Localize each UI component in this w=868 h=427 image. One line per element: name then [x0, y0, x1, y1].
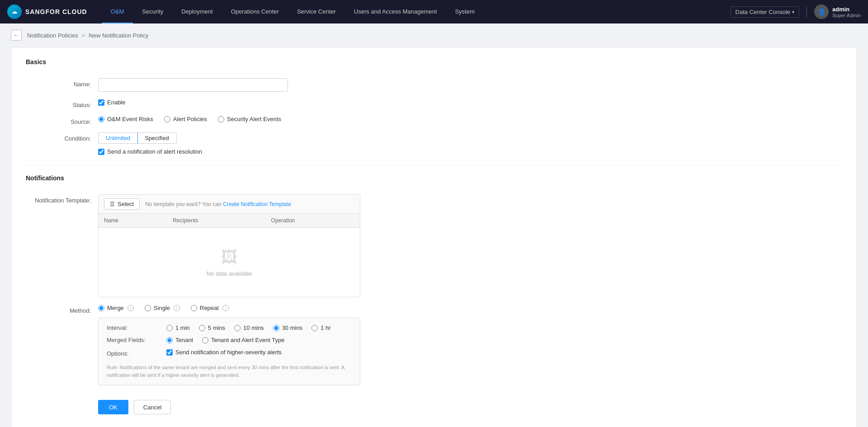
- info-icon-single[interactable]: i: [174, 305, 180, 311]
- interval-10mins: 10 mins: [234, 324, 264, 331]
- list-icon: ☰: [110, 201, 115, 207]
- template-table: Name Recipients Operation 🖼 No data avai…: [99, 214, 360, 297]
- cancel-button[interactable]: Cancel: [134, 400, 171, 414]
- breadcrumb-parent[interactable]: Notification Policies: [27, 32, 78, 39]
- condition-tab-unlimited[interactable]: Unlimited: [98, 132, 138, 144]
- info-icon-repeat[interactable]: i: [222, 305, 229, 311]
- method-label: Method:: [26, 305, 98, 314]
- col-name: Name: [99, 214, 167, 228]
- send-notification-checkbox[interactable]: [98, 149, 104, 155]
- brand-logo: ☁ SANGFOR CLOUD: [7, 5, 87, 19]
- nav-item-security[interactable]: Security: [133, 0, 172, 23]
- section-divider: [26, 165, 842, 165]
- user-name: admin: [832, 6, 861, 13]
- merged-fields-label-tenant: Tenant: [175, 337, 193, 343]
- source-label: Source:: [26, 116, 98, 125]
- source-option-alert: Alert Policies: [164, 116, 207, 122]
- name-input[interactable]: [98, 78, 288, 92]
- options-row: Options: Send notification of higher-sev…: [107, 349, 352, 358]
- interval-radio-30mins[interactable]: [273, 325, 279, 331]
- nav-item-service-center[interactable]: Service Center: [288, 0, 345, 23]
- condition-label: Condition:: [26, 132, 98, 142]
- interval-radio-1hr[interactable]: [311, 325, 318, 331]
- higher-severity-checkbox[interactable]: [166, 349, 173, 356]
- source-radio-alert[interactable]: [164, 116, 170, 122]
- condition-row: Condition: Unlimited Specified Send a no…: [26, 132, 842, 158]
- method-radio-single[interactable]: [145, 305, 151, 311]
- send-notification-wrap: Send a notification of alert resolution: [98, 148, 842, 155]
- method-detail-box: Interval: 1 min 5 mins 10 mins: [98, 318, 360, 385]
- create-template-link[interactable]: Create Notification Template: [223, 201, 291, 207]
- template-label: Notification Template:: [26, 194, 98, 204]
- top-navigation: ☁ SANGFOR CLOUD O&M Security Deployment …: [0, 0, 868, 23]
- table-header-row: Name Recipients Operation: [99, 214, 360, 228]
- merged-fields-row: Merged Fields: Tenant Tenant and Alert E…: [107, 337, 352, 343]
- interval-5mins: 5 mins: [199, 324, 225, 331]
- method-control: Merge i Single i Repeat i Interva: [98, 305, 842, 385]
- source-label-om: O&M Event Risks: [107, 116, 153, 122]
- status-control: Enable: [98, 99, 842, 108]
- higher-severity-label: Send notification of higher-severity ale…: [175, 349, 282, 356]
- enable-checkbox-wrap: Enable: [98, 99, 842, 106]
- interval-30mins: 30 mins: [273, 324, 303, 331]
- interval-label-30mins: 30 mins: [282, 324, 303, 331]
- empty-state-content: 🖼 No data available: [104, 233, 354, 291]
- interval-label-10mins: 10 mins: [243, 324, 264, 331]
- interval-radio-5mins[interactable]: [199, 325, 205, 331]
- method-radio-merge[interactable]: [98, 305, 104, 311]
- merged-fields-radio-tenant[interactable]: [166, 337, 173, 343]
- console-selector[interactable]: Data Center Console ▾: [731, 6, 799, 18]
- template-box: ☰ Select No template you want? You can C…: [98, 194, 360, 297]
- nav-item-operations-center[interactable]: Operations Center: [222, 0, 288, 23]
- method-radio-repeat[interactable]: [191, 305, 197, 311]
- table-empty-row: 🖼 No data available: [99, 228, 360, 297]
- col-recipients: Recipients: [167, 214, 265, 228]
- method-label-repeat: Repeat: [200, 305, 219, 311]
- ok-button[interactable]: OK: [98, 400, 128, 414]
- condition-tabs: Unlimited Specified: [98, 132, 177, 144]
- name-row: Name:: [26, 78, 842, 92]
- interval-label: Interval:: [107, 324, 161, 331]
- basics-title: Basics: [26, 58, 842, 69]
- status-row: Status: Enable: [26, 99, 842, 108]
- merged-fields-label: Merged Fields:: [107, 337, 161, 343]
- interval-radio-1min[interactable]: [166, 325, 173, 331]
- select-label: Select: [118, 201, 134, 207]
- nav-item-system[interactable]: System: [446, 0, 483, 23]
- condition-tab-specified[interactable]: Specified: [137, 133, 176, 143]
- chevron-down-icon: ▾: [792, 9, 794, 14]
- info-icon-merge[interactable]: i: [127, 305, 134, 311]
- source-row: Source: O&M Event Risks Alert Policies S…: [26, 116, 842, 125]
- method-options: Merge i Single i Repeat i: [98, 305, 842, 311]
- nav-divider: [807, 6, 807, 17]
- nav-item-om[interactable]: O&M: [102, 0, 133, 23]
- nav-item-users-access[interactable]: Users and Access Management: [345, 0, 446, 23]
- name-label: Name:: [26, 78, 98, 88]
- interval-label-5mins: 5 mins: [208, 324, 225, 331]
- user-info[interactable]: 👤 admin Super Admin: [814, 5, 861, 19]
- template-hint: No template you want? You can Create Not…: [145, 201, 291, 207]
- nav-right: Data Center Console ▾ 👤 admin Super Admi…: [731, 5, 861, 19]
- interval-radio-10mins[interactable]: [234, 325, 241, 331]
- method-label-merge: Merge: [107, 305, 124, 311]
- template-row: Notification Template: ☰ Select No templ…: [26, 194, 842, 297]
- interval-1hr: 1 hr: [311, 324, 330, 331]
- select-button[interactable]: ☰ Select: [104, 198, 140, 210]
- nav-item-deployment[interactable]: Deployment: [172, 0, 222, 23]
- enable-checkbox[interactable]: [98, 99, 104, 106]
- source-radio-security[interactable]: [218, 116, 224, 122]
- method-merge: Merge i: [98, 305, 134, 311]
- options-label: Options:: [107, 350, 161, 357]
- interval-row: Interval: 1 min 5 mins 10 mins: [107, 324, 352, 331]
- source-radio-om[interactable]: [98, 116, 104, 122]
- merged-tenant: Tenant: [166, 337, 193, 343]
- user-role: Super Admin: [832, 13, 861, 18]
- merged-tenant-alert: Tenant and Alert Event Type: [202, 337, 284, 343]
- user-details: admin Super Admin: [832, 6, 861, 18]
- source-options: O&M Event Risks Alert Policies Security …: [98, 116, 842, 122]
- source-control: O&M Event Risks Alert Policies Security …: [98, 116, 842, 122]
- avatar: 👤: [814, 5, 829, 19]
- back-button[interactable]: ←: [11, 30, 22, 41]
- name-control: [98, 78, 842, 92]
- merged-fields-radio-tenant-alert[interactable]: [202, 337, 208, 343]
